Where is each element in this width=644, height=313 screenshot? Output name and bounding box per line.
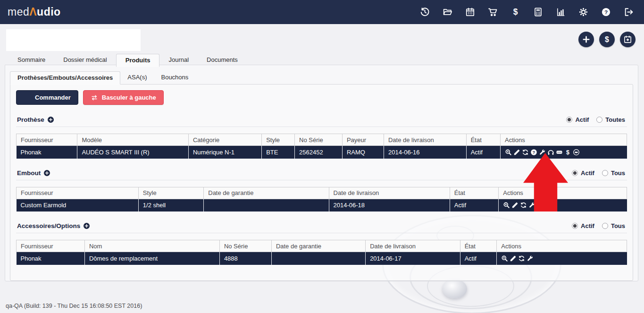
- radio-label: Actif: [575, 116, 589, 123]
- filter-radio-actif[interactable]: Actif: [572, 169, 594, 177]
- wrench-icon[interactable]: [527, 255, 534, 262]
- column-header-fournisseur: Fournisseur: [17, 134, 77, 146]
- logo-accent: Λ: [29, 6, 37, 18]
- dollar-icon[interactable]: $: [510, 7, 520, 17]
- quick-dollar-button[interactable]: $: [599, 32, 615, 47]
- quick-calendar-plus-button[interactable]: [620, 32, 636, 47]
- table-header-row: FournisseurNomNo SérieDate de garantieDa…: [17, 240, 627, 252]
- column-header-style: Style: [138, 187, 203, 199]
- search-plus-icon[interactable]: [501, 255, 508, 262]
- column-header-categorie: Catégorie: [188, 134, 261, 146]
- cell-date-de-garantie: [271, 252, 365, 265]
- cell-fournisseur: Phonak: [17, 146, 77, 159]
- filter-radio-group: ActifToutes: [566, 116, 625, 123]
- column-header-modele: Modèle: [77, 134, 189, 146]
- quick-plus-button[interactable]: [578, 32, 594, 47]
- filter-radio-toutes[interactable]: Toutes: [596, 116, 625, 123]
- calculator-icon[interactable]: [533, 7, 543, 17]
- basculer-a-gauche-button[interactable]: Basculer à gauche: [83, 90, 164, 105]
- sign-out-icon[interactable]: [624, 7, 634, 17]
- pencil-icon[interactable]: [510, 255, 517, 262]
- gear-icon[interactable]: [578, 7, 588, 17]
- cell-categorie: Numérique N-1: [188, 146, 261, 159]
- search-plus-icon[interactable]: [503, 202, 510, 209]
- filter-radio-group: ActifTous: [572, 222, 625, 229]
- table-row[interactable]: PhonakDômes de remplacement48882014-06-1…: [17, 252, 627, 265]
- column-header-date-de-garantie: Date de garantie: [271, 240, 365, 252]
- cell-no-serie: 2562452: [295, 146, 343, 159]
- sync-icon[interactable]: [520, 202, 527, 209]
- tab-produits[interactable]: Produits: [116, 54, 160, 67]
- column-header-date-de-garantie: Date de garantie: [204, 187, 329, 199]
- handshake-icon[interactable]: [573, 149, 580, 156]
- history-icon[interactable]: [420, 7, 430, 17]
- svg-text:?: ?: [533, 150, 535, 154]
- logo-prefix: med: [8, 6, 29, 18]
- background-water-drop: [443, 279, 467, 298]
- sub-tab-bar: Prothèses/Embouts/AccessoiresASA(s)Bouch…: [5, 71, 638, 84]
- cell-date-de-livraison: 2014-06-18: [329, 199, 450, 211]
- section-header: ProthèseActifToutes: [16, 115, 627, 127]
- calendar-icon[interactable]: [465, 7, 475, 17]
- cell-actions: [497, 252, 627, 265]
- filter-radio-group: ActifTous: [572, 169, 625, 177]
- column-header-fournisseur: Fournisseur: [17, 240, 85, 252]
- equipment-icon[interactable]: [556, 149, 563, 156]
- radio-label: Actif: [581, 169, 594, 177]
- subtab-bouchons[interactable]: Bouchons: [154, 71, 195, 84]
- column-header-date-de-livraison: Date de livraison: [329, 187, 450, 199]
- radio-label: Tous: [611, 222, 625, 229]
- radio-label: Toutes: [605, 116, 625, 123]
- filter-radio-tous[interactable]: Tous: [602, 169, 625, 177]
- subtab-asa-s[interactable]: ASA(s): [120, 71, 154, 84]
- cart-icon: [24, 94, 31, 102]
- section-title: Prothèse: [17, 116, 54, 123]
- folder-open-icon[interactable]: [443, 7, 452, 17]
- column-header-nom: Nom: [84, 240, 219, 252]
- bar-chart-icon[interactable]: [556, 7, 566, 17]
- plus-circle-icon[interactable]: [43, 169, 50, 177]
- column-header-style: Style: [262, 134, 295, 146]
- help-icon[interactable]: ?: [601, 7, 611, 17]
- app-header: medΛudio $?: [0, 0, 644, 24]
- basculer-button-label: Basculer à gauche: [102, 94, 156, 101]
- patient-info-card: [6, 29, 141, 51]
- column-header-etat: État: [460, 240, 497, 252]
- sync-icon[interactable]: [522, 149, 529, 156]
- tab-dossier-medical[interactable]: Dossier médical: [54, 54, 116, 67]
- radio-circle: [596, 117, 602, 123]
- tab-documents[interactable]: Documents: [198, 54, 247, 67]
- plus-icon: [582, 35, 591, 44]
- column-header-fournisseur: Fournisseur: [17, 187, 139, 199]
- headphones-icon[interactable]: [547, 149, 554, 156]
- filter-radio-actif[interactable]: Actif: [572, 222, 594, 229]
- plus-circle-icon[interactable]: [83, 222, 90, 229]
- column-header-etat: État: [450, 187, 499, 199]
- plus-circle-icon[interactable]: [47, 116, 54, 123]
- column-header-no-serie: No Série: [295, 134, 343, 146]
- pencil-icon[interactable]: [511, 202, 519, 209]
- search-plus-icon[interactable]: [505, 149, 512, 156]
- svg-text:?: ?: [604, 9, 608, 16]
- table-row[interactable]: PhonakAUDÉO S SMART III (R)Numérique N-1…: [17, 146, 627, 159]
- cart-icon[interactable]: [488, 7, 498, 17]
- dollar-icon[interactable]: $: [564, 149, 571, 156]
- section-title-label: Embout: [17, 169, 41, 177]
- cell-fournisseur: Phonak: [17, 252, 85, 265]
- section-prothese: ProthèseActifToutesFournisseurModèleCaté…: [16, 115, 627, 159]
- sync-icon[interactable]: [518, 255, 525, 262]
- column-header-actions: Actions: [497, 240, 627, 252]
- radio-circle: [572, 223, 578, 229]
- tab-sommaire[interactable]: Sommaire: [8, 54, 54, 67]
- pencil-icon[interactable]: [513, 149, 520, 156]
- row-actions: ?$: [505, 149, 622, 156]
- tab-journal[interactable]: Journal: [159, 54, 198, 67]
- filter-radio-actif[interactable]: Actif: [566, 116, 589, 123]
- question-icon[interactable]: ?: [530, 149, 537, 156]
- filter-radio-tous[interactable]: Tous: [602, 222, 625, 229]
- table-header-row: FournisseurModèleCatégorieStyleNo SérieP…: [17, 134, 627, 146]
- commander-button[interactable]: Commander: [16, 90, 78, 105]
- logo-suffix: udio: [37, 6, 61, 18]
- subtab-protheses-embouts-accessoires[interactable]: Prothèses/Embouts/Accessoires: [10, 71, 120, 85]
- radio-circle: [566, 117, 572, 123]
